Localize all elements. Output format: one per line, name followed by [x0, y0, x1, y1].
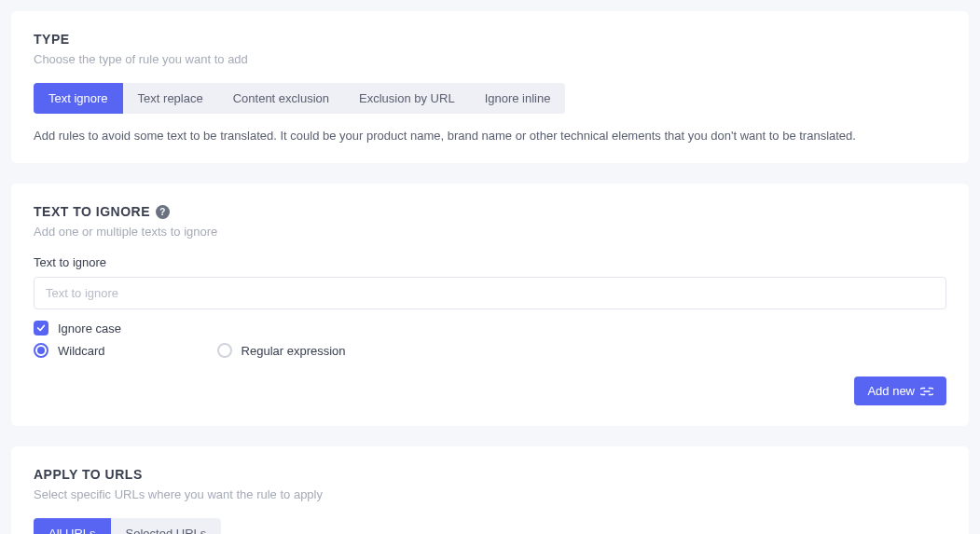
type-subtitle: Choose the type of rule you want to add: [34, 52, 946, 66]
type-title: TYPE: [34, 32, 946, 47]
radio-unselected-icon: [217, 343, 232, 358]
ignore-case-label: Ignore case: [58, 322, 121, 335]
type-card: TYPE Choose the type of rule you want to…: [11, 11, 969, 163]
apply-urls-tabs: All URLs Selected URLs: [34, 518, 946, 534]
text-to-ignore-field-label: Text to ignore: [34, 255, 946, 269]
text-to-ignore-title: TEXT TO IGNORE ?: [34, 204, 946, 219]
text-to-ignore-input[interactable]: [34, 277, 946, 309]
tab-exclusion-by-url[interactable]: Exclusion by URL: [344, 83, 470, 114]
regex-radio-row[interactable]: Regular expression: [217, 343, 346, 358]
ignore-case-checkbox-row[interactable]: Ignore case: [34, 321, 946, 335]
tab-all-urls[interactable]: All URLs: [34, 518, 111, 534]
tab-selected-urls[interactable]: Selected URLs: [111, 518, 222, 534]
add-new-button[interactable]: Add new: [854, 377, 946, 405]
tab-text-ignore[interactable]: Text ignore: [34, 83, 123, 114]
apply-urls-title: APPLY TO URLS: [34, 467, 946, 482]
wildcard-label: Wildcard: [58, 344, 105, 358]
tab-ignore-inline[interactable]: Ignore inline: [470, 83, 566, 114]
text-to-ignore-subtitle: Add one or multiple texts to ignore: [34, 225, 946, 239]
type-description: Add rules to avoid some text to be trans…: [34, 129, 946, 143]
add-new-label: Add new: [867, 384, 915, 398]
text-to-ignore-card: TEXT TO IGNORE ? Add one or multiple tex…: [11, 184, 969, 426]
type-tabs: Text ignore Text replace Content exclusi…: [34, 83, 946, 114]
match-mode-radio-group: Wildcard Regular expression: [34, 343, 946, 365]
radio-selected-icon: [34, 343, 48, 358]
help-icon[interactable]: ?: [156, 205, 170, 219]
apply-urls-subtitle: Select specific URLs where you want the …: [34, 487, 946, 501]
apply-urls-card: APPLY TO URLS Select specific URLs where…: [11, 446, 969, 534]
action-row: Add new: [34, 377, 946, 405]
link-icon: [920, 387, 933, 396]
text-to-ignore-title-text: TEXT TO IGNORE: [34, 204, 150, 219]
check-icon: [34, 321, 48, 335]
wildcard-radio-row[interactable]: Wildcard: [34, 343, 105, 358]
tab-content-exclusion[interactable]: Content exclusion: [218, 83, 344, 114]
tab-text-replace[interactable]: Text replace: [123, 83, 218, 114]
regex-label: Regular expression: [242, 344, 346, 358]
options-row: Ignore case Wildcard Regular expression: [34, 321, 946, 365]
